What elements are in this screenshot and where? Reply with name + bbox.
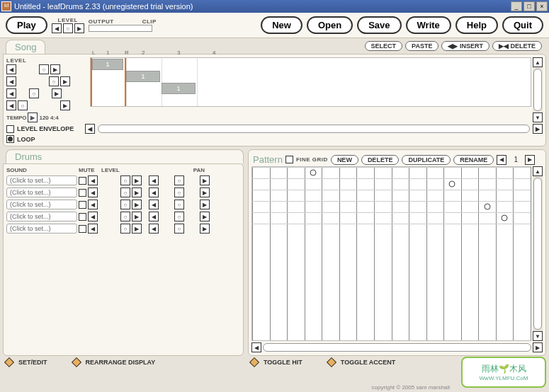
song-cell-2[interactable]: 1 [126, 71, 160, 82]
drum-sound-slot[interactable]: (Click to set...) [6, 224, 77, 234]
drum-lvl-left[interactable]: ◀ [88, 175, 98, 185]
track3-lvl-val[interactable]: ○ [29, 88, 39, 98]
drum-pan-left[interactable]: ◀ [149, 175, 159, 185]
drum-mute-checkbox[interactable] [79, 201, 86, 209]
pattern-hit[interactable] [502, 215, 508, 221]
song-hscroll-right[interactable]: ▶ [533, 124, 543, 134]
song-paste-button[interactable]: PASTE [405, 41, 438, 51]
drum-pan-right[interactable]: ▶ [200, 212, 210, 221]
track3-lvl-left[interactable]: ◀ [6, 88, 16, 98]
track4-lvl-val[interactable]: ○ [18, 100, 28, 110]
pattern-hit[interactable] [484, 204, 490, 210]
drum-lvl-val[interactable]: ○ [120, 188, 130, 197]
maximize-button[interactable]: □ [523, 1, 535, 11]
song-insert-button[interactable]: ◀▶ INSERT [441, 41, 489, 51]
track2-lvl-right[interactable]: ▶ [60, 76, 70, 86]
drum-pan-left[interactable]: ◀ [149, 188, 159, 197]
song-hscroll-left[interactable]: ◀ [85, 124, 95, 134]
pattern-duplicate-button[interactable]: DUPLICATE [402, 155, 451, 165]
drum-mute-checkbox[interactable] [79, 189, 86, 197]
track4-lvl-right[interactable]: ▶ [60, 100, 70, 110]
pattern-next-button[interactable]: ▶ [525, 155, 535, 165]
drum-pan-val[interactable]: ○ [174, 212, 184, 221]
song-hscroll-bar[interactable] [98, 125, 530, 133]
pattern-hit[interactable] [310, 170, 316, 176]
drum-lvl-left[interactable]: ◀ [88, 212, 98, 221]
track4-lvl-left[interactable]: ◀ [6, 100, 16, 110]
drum-lvl-val[interactable]: ○ [120, 212, 130, 221]
pattern-new-button[interactable]: NEW [331, 155, 358, 165]
drum-pan-left[interactable]: ◀ [149, 212, 159, 221]
close-button[interactable]: × [536, 1, 548, 11]
drum-sound-slot[interactable]: (Click to set...) [6, 212, 77, 221]
set-edit-label[interactable]: SET/EDIT [18, 359, 47, 366]
song-cell-3[interactable]: 1 [162, 83, 196, 94]
help-button[interactable]: Help [455, 16, 498, 34]
drum-pan-left[interactable]: ◀ [149, 200, 159, 209]
song-select-button[interactable]: SELECT [365, 41, 403, 51]
track1-lvl-right[interactable]: ▶ [50, 64, 60, 74]
level-right-button[interactable]: ▶ [74, 23, 84, 33]
drum-lvl-right[interactable]: ▶ [132, 224, 142, 234]
drum-pan-right[interactable]: ▶ [200, 200, 210, 209]
minimize-button[interactable]: _ [511, 1, 522, 11]
pattern-prev-button[interactable]: ◀ [497, 155, 506, 165]
drum-sound-slot[interactable]: (Click to set...) [6, 188, 77, 197]
drum-lvl-val[interactable]: ○ [120, 224, 130, 234]
toggle-accent-label[interactable]: TOGGLE ACCENT [341, 359, 396, 366]
rearrange-label[interactable]: REARRANGE DISPLAY [86, 359, 156, 366]
level-left-button[interactable]: ◀ [52, 23, 62, 33]
level-envelope-checkbox[interactable] [6, 125, 14, 133]
drum-pan-right[interactable]: ▶ [200, 175, 210, 185]
song-delete-button[interactable]: ▶◀ DELETE [492, 41, 542, 51]
drum-lvl-left[interactable]: ◀ [88, 224, 98, 234]
drum-mute-checkbox[interactable] [79, 177, 86, 185]
drum-lvl-val[interactable]: ○ [120, 175, 130, 185]
quit-button[interactable]: Quit [502, 16, 543, 34]
drum-sound-slot[interactable]: (Click to set...) [6, 175, 77, 185]
pattern-grid[interactable] [251, 166, 531, 341]
drum-lvl-right[interactable]: ▶ [132, 212, 142, 221]
drum-lvl-right[interactable]: ▶ [132, 188, 142, 197]
drum-pan-val[interactable]: ○ [174, 175, 184, 185]
level-value[interactable]: ○ [63, 23, 73, 33]
drum-mute-checkbox[interactable] [79, 225, 86, 233]
drum-pan-left[interactable]: ◀ [149, 224, 159, 234]
track2-lvl-val[interactable]: ○ [49, 76, 59, 86]
track1-lvl-left[interactable]: ◀ [6, 64, 16, 74]
new-button[interactable]: New [261, 16, 302, 34]
drum-lvl-right[interactable]: ▶ [132, 175, 142, 185]
pattern-hscroll-bar[interactable] [263, 343, 531, 352]
pattern-hscroll-right[interactable]: ▶ [533, 342, 543, 352]
toggle-hit-label[interactable]: TOGGLE HIT [264, 359, 302, 366]
tempo-right[interactable]: ▶ [28, 113, 38, 122]
drum-pan-right[interactable]: ▶ [200, 188, 210, 197]
pattern-hit[interactable] [449, 181, 455, 188]
drum-sound-slot[interactable]: (Click to set...) [6, 200, 77, 209]
pattern-vscroll[interactable]: ▲▼ [533, 166, 543, 341]
pattern-hscroll-left[interactable]: ◀ [251, 342, 261, 352]
pattern-rename-button[interactable]: RENAME [453, 155, 494, 165]
drum-mute-checkbox[interactable] [79, 213, 86, 221]
track3-lvl-right[interactable]: ▶ [52, 88, 62, 98]
drum-pan-val[interactable]: ○ [174, 200, 184, 209]
save-button[interactable]: Save [357, 16, 401, 34]
track2-lvl-left[interactable]: ◀ [6, 76, 16, 86]
track1-lvl-val[interactable]: ○ [39, 64, 49, 74]
song-vscroll[interactable]: ▲▼ [533, 57, 543, 122]
song-cell-1[interactable]: 1 [92, 59, 123, 70]
drum-lvl-right[interactable]: ▶ [132, 200, 142, 209]
song-track-grid[interactable]: L 1 R 2 3 4 1 1 1 [90, 57, 531, 107]
drum-lvl-left[interactable]: ◀ [88, 188, 98, 197]
drum-pan-val[interactable]: ○ [174, 188, 184, 197]
drum-lvl-left[interactable]: ◀ [88, 200, 98, 209]
drum-lvl-val[interactable]: ○ [120, 200, 130, 209]
drum-pan-right[interactable]: ▶ [200, 224, 210, 234]
open-button[interactable]: Open [307, 16, 353, 34]
play-button[interactable]: Play [6, 16, 47, 34]
write-button[interactable]: Write [406, 16, 451, 34]
fine-grid-checkbox[interactable] [285, 156, 293, 163]
drum-pan-val[interactable]: ○ [174, 224, 184, 234]
pattern-delete-button[interactable]: DELETE [361, 155, 400, 165]
loop-checkbox[interactable] [6, 135, 14, 143]
